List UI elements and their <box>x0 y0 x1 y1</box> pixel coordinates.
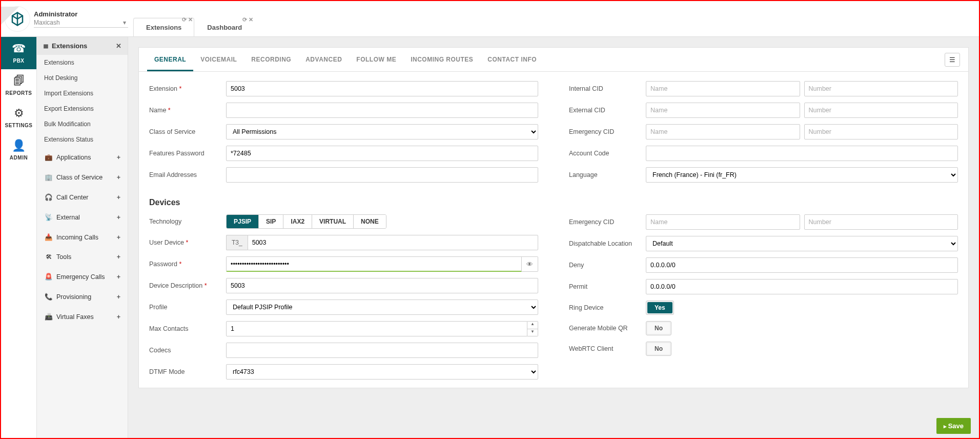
extension-input[interactable] <box>226 81 538 96</box>
tenant-selector[interactable]: Maxicash ▾ <box>34 18 128 28</box>
tab-contact-info[interactable]: CONTACT INFO <box>480 48 544 71</box>
dtmf-select[interactable]: rfc4733 <box>226 364 538 380</box>
sidebar-groups: 💼Applications+ 🏢Class of Service+ 🎧Call … <box>37 147 128 327</box>
refresh-icon[interactable]: ⟳ <box>182 16 187 23</box>
tab-advanced[interactable]: ADVANCED <box>298 48 349 71</box>
name-input[interactable] <box>226 103 538 118</box>
sidebar-item-status[interactable]: Extensions Status <box>37 132 128 147</box>
codecs-input[interactable] <box>226 343 538 358</box>
sidebar-item-extensions[interactable]: Extensions <box>37 55 128 70</box>
sidebar-group-fax[interactable]: 📠Virtual Faxes+ <box>37 307 128 327</box>
tech-virtual[interactable]: VIRTUAL <box>312 215 354 228</box>
dispatchable-select[interactable]: Default <box>646 236 958 251</box>
tab-followme[interactable]: FOLLOW ME <box>349 48 403 71</box>
sidebar-group-emergency[interactable]: 🚨Emergency Calls+ <box>37 267 128 287</box>
nav-settings[interactable]: ⚙ SETTINGS <box>1 102 36 134</box>
tech-none[interactable]: NONE <box>354 215 386 228</box>
max-contacts-input[interactable] <box>226 321 527 336</box>
tech-iax2[interactable]: IAX2 <box>283 215 312 228</box>
label-cos: Class of Service <box>149 128 226 135</box>
eye-icon[interactable]: 👁 <box>522 256 538 272</box>
sidebar-item-import[interactable]: Import Extensions <box>37 86 128 101</box>
nav-admin[interactable]: 👤 ADMIN <box>1 134 36 166</box>
language-select[interactable]: French (France) - Fini (fr_FR) <box>646 167 958 183</box>
col-right: Internal CID External CID Emergency CID … <box>569 81 958 189</box>
refresh-icon[interactable]: ⟳ <box>242 16 247 23</box>
tenant-name: Maxicash <box>34 19 60 26</box>
features-password-input[interactable] <box>226 146 538 161</box>
sidebar-items: Extensions Hot Desking Import Extensions… <box>37 55 128 147</box>
sidebar-group-incoming[interactable]: 📥Incoming Calls+ <box>37 227 128 247</box>
sidebar-group-external[interactable]: 📡External+ <box>37 207 128 227</box>
label-technology: Technology <box>149 218 226 225</box>
provisioning-icon: 📞 <box>44 293 53 301</box>
internal-cid-number-input[interactable] <box>804 81 958 96</box>
password-input[interactable] <box>226 256 522 272</box>
sidebar-item-bulk[interactable]: Bulk Modification <box>37 116 128 132</box>
tech-pjsip[interactable]: PJSIP <box>227 215 259 228</box>
dev-emergency-cid-name-input[interactable] <box>646 214 800 230</box>
plus-icon: + <box>117 253 120 261</box>
nav-reports[interactable]: 🗐 REPORTS <box>1 69 36 102</box>
form-body: Extension * Name * Class of ServiceAll P… <box>139 72 968 388</box>
tech-sip[interactable]: SIP <box>259 215 283 228</box>
webrtc-toggle[interactable]: No <box>646 342 671 356</box>
devices-col-right: Emergency CID Dispatchable LocationDefau… <box>569 214 958 386</box>
internal-cid-name-input[interactable] <box>646 81 800 96</box>
building-icon: 🏢 <box>44 173 53 181</box>
chevron-up-icon[interactable]: ▲ <box>527 322 538 329</box>
sidebar-group-provisioning[interactable]: 📞Provisioning+ <box>37 287 128 307</box>
ring-device-toggle[interactable]: Yes <box>646 301 674 315</box>
close-icon[interactable]: ✕ <box>188 16 193 23</box>
permit-input[interactable] <box>646 279 958 294</box>
account-code-input[interactable] <box>646 146 958 161</box>
save-button[interactable]: Save <box>936 418 971 434</box>
emergency-cid-name-input[interactable] <box>646 124 800 139</box>
plus-icon: + <box>117 313 120 321</box>
col-left: Extension * Name * Class of ServiceAll P… <box>149 81 538 189</box>
tab-voicemail[interactable]: VOICEMAIL <box>193 48 244 71</box>
label-codecs: Codecs <box>149 347 226 354</box>
list-icon: ≣ <box>43 42 49 50</box>
devices-section-title: Devices <box>149 198 958 207</box>
label-mobile-qr: Generate Mobile QR <box>569 325 646 332</box>
label-internal-cid: Internal CID <box>569 85 646 92</box>
sidebar-item-hotdesking[interactable]: Hot Desking <box>37 70 128 86</box>
label-profile: Profile <box>149 304 226 311</box>
sidebar-group-cos[interactable]: 🏢Class of Service+ <box>37 167 128 187</box>
sidebar-group-callcenter[interactable]: 🎧Call Center+ <box>37 187 128 207</box>
dev-emergency-cid-number-input[interactable] <box>804 214 958 230</box>
device-description-input[interactable] <box>226 278 538 293</box>
sidebar-group-applications[interactable]: 💼Applications+ <box>37 147 128 167</box>
tab-recording[interactable]: RECORDING <box>244 48 298 71</box>
emergency-cid-number-input[interactable] <box>804 124 958 139</box>
sidebar-group-tools[interactable]: 🛠Tools+ <box>37 247 128 267</box>
nav-pbx[interactable]: ☎ PBX <box>1 37 36 69</box>
close-icon[interactable]: ✕ <box>249 16 253 23</box>
plus-icon: + <box>117 174 120 181</box>
label-dispatchable: Dispatchable Location <box>569 240 646 247</box>
headset-icon: 🎧 <box>44 193 53 201</box>
label-password: Password * <box>149 261 226 268</box>
email-input[interactable] <box>226 167 538 183</box>
app-tab-extensions[interactable]: Extensions ⟳✕ <box>133 18 194 36</box>
profile-select[interactable]: Default PJSIP Profile <box>226 300 538 315</box>
cos-select[interactable]: All Permissions <box>226 124 538 139</box>
list-toggle-button[interactable]: ☰ <box>945 53 960 67</box>
max-contacts-spinner[interactable]: ▲▼ <box>527 321 538 336</box>
user-device-input[interactable] <box>248 235 538 250</box>
close-icon[interactable]: ✕ <box>116 42 121 50</box>
tab-general[interactable]: GENERAL <box>147 48 193 71</box>
files-icon: 🗐 <box>1 74 36 88</box>
external-cid-number-input[interactable] <box>804 103 958 118</box>
mobile-qr-toggle[interactable]: No <box>646 321 671 335</box>
chevron-down-icon[interactable]: ▼ <box>527 329 538 336</box>
deny-input[interactable] <box>646 257 958 273</box>
sidebar-item-export[interactable]: Export Extensions <box>37 101 128 116</box>
extension-panel: GENERAL VOICEMAIL RECORDING ADVANCED FOL… <box>138 47 969 388</box>
external-cid-name-input[interactable] <box>646 103 800 118</box>
app-tab-label: Dashboard <box>207 24 242 31</box>
tab-incoming-routes[interactable]: INCOMING ROUTES <box>403 48 480 71</box>
app-tab-dashboard[interactable]: Dashboard ⟳✕ <box>194 18 255 36</box>
label-ring-device: Ring Device <box>569 304 646 311</box>
